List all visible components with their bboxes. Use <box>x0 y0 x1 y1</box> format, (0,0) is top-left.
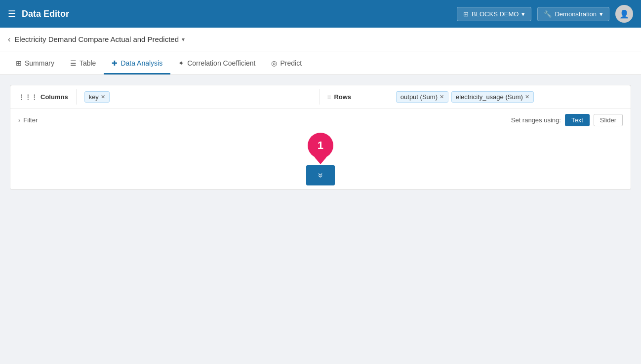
step-indicator: 1 » <box>306 133 335 185</box>
columns-tag-key: key ✕ <box>84 91 110 103</box>
blocks-demo-button[interactable]: ⊞ BLOCKS DEMO ▾ <box>457 7 531 21</box>
correlation-tab-label: Correlation Coefficient <box>187 59 255 67</box>
rows-tag-electricity-text: electricity_usage (Sum) <box>456 93 523 101</box>
rows-tag-output-remove[interactable]: ✕ <box>440 94 444 100</box>
breadcrumb-dropdown-icon[interactable]: ▾ <box>182 36 185 43</box>
data-analysis-tab-icon: ✚ <box>112 59 118 67</box>
tab-data-analysis[interactable]: ✚ Data Analysis <box>104 53 170 74</box>
app-header: ☰ Data Editor ⊞ BLOCKS DEMO ▾ 🔧 Demonstr… <box>0 0 641 28</box>
tab-table[interactable]: ☰ Table <box>62 53 104 74</box>
rows-tags: output (Sum) ✕ electricity_usage (Sum) ✕ <box>388 87 631 107</box>
header-right: ⊞ BLOCKS DEMO ▾ 🔧 Demonstration ▾ 👤 <box>457 5 633 23</box>
columns-rows-row: ⋮⋮⋮ Columns key ✕ ≡ Rows output (Sum) ✕ <box>10 85 631 109</box>
avatar-icon: 👤 <box>619 9 629 19</box>
range-text-button[interactable]: Text <box>565 114 590 126</box>
step-badge-pointer <box>315 157 326 164</box>
blocks-demo-icon: ⊞ <box>463 10 469 18</box>
hamburger-icon[interactable]: ☰ <box>8 8 16 19</box>
step-badge: 1 <box>308 133 333 158</box>
rows-tag-electricity-remove[interactable]: ✕ <box>525 94 529 100</box>
filter-label: Filter <box>23 116 38 124</box>
avatar[interactable]: 👤 <box>615 5 633 23</box>
rows-label: Rows <box>334 93 351 101</box>
columns-section-label: ⋮⋮⋮ Columns <box>10 89 77 105</box>
correlation-tab-icon: ✦ <box>178 59 184 67</box>
tabs-bar: ⊞ Summary ☰ Table ✚ Data Analysis ✦ Corr… <box>0 51 641 75</box>
back-icon: ‹ <box>8 35 10 44</box>
set-ranges-label: Set ranges using: <box>511 116 561 124</box>
step-area: 1 » <box>10 133 631 189</box>
filter-toggle-row: › Filter Set ranges using: Text Slider <box>10 109 631 131</box>
data-analysis-tab-label: Data Analysis <box>120 59 162 67</box>
rows-tag-electricity: electricity_usage (Sum) ✕ <box>451 91 534 103</box>
table-tab-label: Table <box>80 59 96 67</box>
demonstration-button[interactable]: 🔧 Demonstration ▾ <box>537 7 609 21</box>
step-badge-wrapper: 1 <box>308 133 333 164</box>
columns-label: Columns <box>40 93 68 101</box>
app-title: Data Editor <box>22 9 69 19</box>
filter-expand-button[interactable]: › Filter <box>18 116 38 124</box>
tab-predict[interactable]: ◎ Predict <box>263 53 310 74</box>
blocks-demo-label: BLOCKS DEMO <box>472 10 519 18</box>
filter-expand-icon: › <box>18 116 20 124</box>
predict-tab-icon: ◎ <box>271 59 277 67</box>
columns-tag-key-remove[interactable]: ✕ <box>101 94 105 100</box>
table-tab-icon: ☰ <box>70 59 77 67</box>
step-action-icon: » <box>315 173 325 178</box>
range-slider-button[interactable]: Slider <box>594 114 623 126</box>
rows-tag-output: output (Sum) ✕ <box>396 91 448 103</box>
demonstration-dropdown-icon: ▾ <box>600 10 603 18</box>
columns-icon: ⋮⋮⋮ <box>18 93 38 101</box>
summary-tab-label: Summary <box>25 59 54 67</box>
rows-icon: ≡ <box>327 93 331 101</box>
back-button[interactable]: ‹ <box>8 35 10 44</box>
breadcrumb-title: Electricity Demand Compare Actual and Pr… <box>14 35 185 43</box>
header-left: ☰ Data Editor <box>8 8 69 19</box>
columns-tag-key-text: key <box>89 93 99 101</box>
set-ranges-section: Set ranges using: Text Slider <box>511 114 623 126</box>
predict-tab-label: Predict <box>280 59 302 67</box>
main-content: ⋮⋮⋮ Columns key ✕ ≡ Rows output (Sum) ✕ <box>0 75 641 200</box>
step-number: 1 <box>318 139 323 152</box>
tab-correlation-coefficient[interactable]: ✦ Correlation Coefficient <box>170 53 263 74</box>
rows-tag-output-text: output (Sum) <box>401 93 438 101</box>
breadcrumb-text: Electricity Demand Compare Actual and Pr… <box>14 35 179 43</box>
filter-panel: ⋮⋮⋮ Columns key ✕ ≡ Rows output (Sum) ✕ <box>10 85 631 190</box>
breadcrumb: ‹ Electricity Demand Compare Actual and … <box>0 28 641 51</box>
blocks-demo-dropdown-icon: ▾ <box>521 10 525 18</box>
tab-summary[interactable]: ⊞ Summary <box>8 53 62 74</box>
summary-tab-icon: ⊞ <box>16 59 22 67</box>
demonstration-label: Demonstration <box>555 10 597 18</box>
rows-section-label: ≡ Rows <box>319 89 388 105</box>
columns-tags: key ✕ <box>77 87 319 107</box>
step-action-button[interactable]: » <box>306 165 335 185</box>
demonstration-tool-icon: 🔧 <box>544 10 552 18</box>
